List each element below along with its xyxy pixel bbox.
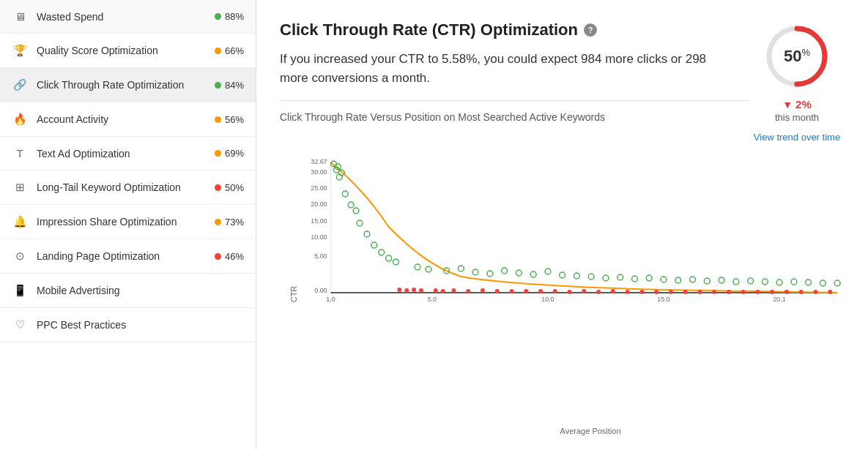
score-dot-landing-page bbox=[215, 253, 221, 260]
svg-point-36 bbox=[487, 271, 493, 277]
svg-point-29 bbox=[386, 255, 392, 261]
sidebar-badge-account-activity: 56% bbox=[215, 114, 244, 125]
score-dot-account-activity bbox=[215, 116, 221, 123]
sidebar-item-landing-page[interactable]: ⊙Landing Page Optimization46% bbox=[0, 239, 256, 274]
sidebar-badge-landing-page: 46% bbox=[215, 251, 244, 262]
svg-point-79 bbox=[626, 290, 630, 294]
svg-point-77 bbox=[596, 290, 601, 294]
svg-point-45 bbox=[617, 274, 623, 280]
sidebar-label-landing-page: Landing Page Optimization bbox=[37, 250, 215, 262]
score-text-long-tail: 50% bbox=[225, 182, 244, 193]
score-circle: 50% bbox=[764, 23, 830, 89]
svg-point-24 bbox=[353, 208, 359, 214]
svg-point-66 bbox=[441, 289, 445, 293]
svg-point-58 bbox=[806, 280, 812, 285]
sidebar-item-impression-share[interactable]: 🔔Impression Share Optimization73% bbox=[0, 205, 256, 239]
svg-point-60 bbox=[834, 280, 840, 286]
svg-point-57 bbox=[791, 279, 797, 285]
sidebar-item-quality-score[interactable]: 🏆Quality Score Optimization66% bbox=[0, 34, 256, 68]
sidebar-label-wasted-spend: Wasted Spend bbox=[37, 11, 215, 23]
svg-text:15.00: 15.00 bbox=[311, 217, 327, 224]
main-content: Click Through Rate (CTR) Optimization ? … bbox=[256, 0, 868, 450]
svg-text:32.67: 32.67 bbox=[311, 157, 327, 165]
score-text-landing-page: 46% bbox=[225, 251, 244, 262]
svg-text:10.00: 10.00 bbox=[311, 233, 327, 240]
sidebar-badge-text-ad: 69% bbox=[215, 148, 244, 159]
score-dot-wasted-spend bbox=[215, 13, 221, 20]
sidebar-badge-wasted-spend: 88% bbox=[215, 11, 244, 22]
svg-point-89 bbox=[770, 290, 774, 294]
sidebar-icon-text-ad: T bbox=[12, 147, 28, 160]
sidebar-item-account-activity[interactable]: 🔥Account Activity56% bbox=[0, 102, 256, 137]
svg-point-69 bbox=[481, 288, 485, 293]
sidebar-label-text-ad: Text Ad Optimization bbox=[37, 148, 215, 160]
sidebar-item-wasted-spend[interactable]: 🖥Wasted Spend88% bbox=[0, 0, 256, 34]
svg-point-91 bbox=[799, 290, 804, 294]
score-dot-long-tail bbox=[215, 184, 221, 191]
svg-point-27 bbox=[371, 242, 377, 248]
svg-text:20.00: 20.00 bbox=[311, 200, 327, 207]
svg-point-68 bbox=[466, 289, 470, 293]
svg-point-35 bbox=[472, 269, 478, 275]
sidebar-icon-ctr: 🔗 bbox=[12, 78, 28, 91]
sidebar-item-ppc[interactable]: ♡PPC Best Practices bbox=[0, 308, 256, 342]
svg-text:5.0: 5.0 bbox=[428, 295, 437, 302]
sidebar-icon-ppc: ♡ bbox=[12, 318, 28, 331]
sidebar-label-account-activity: Account Activity bbox=[37, 113, 215, 125]
svg-text:5.00: 5.00 bbox=[314, 252, 327, 259]
svg-point-41 bbox=[560, 272, 565, 278]
sidebar-badge-ctr: 84% bbox=[215, 80, 244, 91]
svg-point-75 bbox=[568, 290, 572, 294]
svg-point-71 bbox=[510, 289, 514, 293]
score-dot-text-ad bbox=[215, 150, 221, 157]
sidebar-badge-long-tail: 50% bbox=[215, 182, 244, 193]
score-text-account-activity: 56% bbox=[225, 114, 244, 125]
svg-point-65 bbox=[434, 288, 438, 293]
svg-point-53 bbox=[733, 279, 739, 285]
sidebar-icon-impression-share: 🔔 bbox=[12, 215, 28, 228]
svg-point-84 bbox=[697, 290, 702, 294]
svg-point-67 bbox=[452, 288, 456, 293]
sidebar: 🖥Wasted Spend88%🏆Quality Score Optimizat… bbox=[0, 0, 256, 450]
score-dot-impression-share bbox=[215, 219, 221, 225]
svg-point-90 bbox=[784, 290, 789, 294]
sidebar-icon-wasted-spend: 🖥 bbox=[12, 10, 28, 23]
svg-point-70 bbox=[495, 289, 500, 293]
svg-point-86 bbox=[727, 290, 731, 294]
svg-point-55 bbox=[762, 279, 768, 285]
svg-point-92 bbox=[814, 290, 818, 294]
sidebar-badge-quality-score: 66% bbox=[215, 45, 244, 56]
svg-point-78 bbox=[611, 289, 615, 293]
sidebar-icon-mobile: 📱 bbox=[12, 284, 28, 297]
svg-point-37 bbox=[502, 268, 508, 274]
sidebar-item-long-tail[interactable]: ⊞Long-Tail Keyword Optimization50% bbox=[0, 170, 256, 205]
svg-point-43 bbox=[588, 274, 594, 280]
x-axis-label: Average Position bbox=[560, 427, 621, 435]
sidebar-item-text-ad[interactable]: TText Ad Optimization69% bbox=[0, 137, 256, 170]
scatter-chart: 32.67 30.00 25.00 20.00 15.00 10.00 5.00… bbox=[302, 154, 845, 315]
svg-point-47 bbox=[646, 275, 652, 281]
svg-point-39 bbox=[530, 271, 536, 277]
help-icon[interactable]: ? bbox=[584, 23, 597, 37]
sidebar-item-ctr[interactable]: 🔗Click Through Rate Optimization84% bbox=[0, 68, 256, 102]
svg-point-49 bbox=[675, 277, 681, 283]
svg-point-59 bbox=[820, 280, 826, 286]
svg-point-40 bbox=[545, 269, 551, 274]
score-value: 50% bbox=[784, 47, 810, 66]
chart-area: CTR 32.67 30.00 25.00 20.00 15.00 10.00 … bbox=[280, 154, 845, 436]
svg-point-80 bbox=[639, 290, 644, 294]
score-dot-ctr bbox=[215, 82, 221, 89]
svg-point-50 bbox=[690, 277, 696, 282]
sidebar-item-mobile[interactable]: 📱Mobile Advertising bbox=[0, 274, 256, 308]
svg-point-44 bbox=[603, 275, 609, 281]
svg-point-63 bbox=[412, 288, 416, 292]
score-dot-quality-score bbox=[215, 48, 221, 54]
chart-subtitle: Click Through Rate Versus Position on Mo… bbox=[280, 111, 749, 123]
svg-text:10.0: 10.0 bbox=[541, 295, 554, 302]
sidebar-icon-landing-page: ⊙ bbox=[12, 250, 28, 263]
main-title: Click Through Rate (CTR) Optimization ? bbox=[280, 20, 749, 40]
view-trend-link[interactable]: View trend over time bbox=[754, 130, 840, 145]
svg-point-83 bbox=[683, 290, 688, 294]
score-month: this month bbox=[775, 112, 819, 123]
svg-point-34 bbox=[458, 266, 464, 271]
